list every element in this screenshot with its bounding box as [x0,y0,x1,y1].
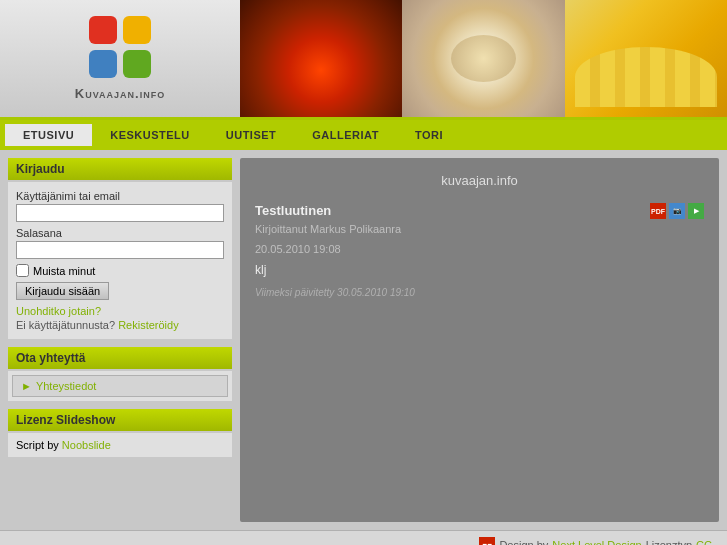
main-content: Kirjaudu Käyttäjänimi tai email Salasana… [0,150,727,530]
login-header: Kirjaudu [8,158,232,180]
contact-header: Ota yhteyttä [8,347,232,369]
image-icon: 📷 [669,203,685,219]
logo-icon-red [89,16,117,44]
nav-item-uutiset[interactable]: Uutiset [208,124,295,146]
article-date: 20.05.2010 19:08 [255,243,704,255]
footer-design-text: Design by [499,539,548,545]
footer-design-link[interactable]: Next Level Design [552,539,641,545]
license-body: Script by Noobslide [8,433,232,457]
pdf-icon: PDF [650,203,666,219]
license-header: Lizenz Slideshow [8,409,232,431]
header-image-flower3 [565,0,727,117]
password-label: Salasana [16,227,224,239]
nav-item-etusivu[interactable]: Etusivu [5,124,92,146]
password-input[interactable] [16,241,224,259]
article-title: Testluutinen [255,203,331,218]
article-body: klj [255,263,704,277]
header: Kuvaajan.info [0,0,727,120]
contact-link[interactable]: ► Yhteystiedot [12,375,228,397]
footer-license-text: Lizenztyp [646,539,692,545]
remember-checkbox[interactable] [16,264,29,277]
login-section: Kirjaudu Käyttäjänimi tai email Salasana… [8,158,232,339]
nav-item-tori[interactable]: Tori [397,124,461,146]
header-image-flower2 [402,0,564,117]
sidebar: Kirjaudu Käyttäjänimi tai email Salasana… [0,150,240,530]
page-wrapper: Kuvaajan.info Etusivu Keskustelu Uutiset… [0,0,727,545]
header-image-flower1 [240,0,402,117]
footer-icon: ■■ [479,537,495,545]
article-icons: PDF 📷 ▶ [650,203,704,219]
username-input[interactable] [16,204,224,222]
article: Testluutinen PDF 📷 ▶ Kirjoittanut Markus… [255,203,704,298]
remember-row: Muista minut [16,264,224,277]
logo-icon-green [123,50,151,78]
nav-item-keskustelu[interactable]: Keskustelu [92,124,208,146]
nav-item-galleriat[interactable]: Galleriat [294,124,397,146]
video-icon: ▶ [688,203,704,219]
forgot-link[interactable]: Unohditko jotain? [16,305,224,317]
remember-label: Muista minut [33,265,95,277]
navigation: Etusivu Keskustelu Uutiset Galleriat Tor… [0,120,727,150]
username-label: Käyttäjänimi tai email [16,190,224,202]
logo-icons [89,16,151,78]
register-text: Ei käyttäjätunnusta? [16,319,115,331]
arrow-icon: ► [21,380,32,392]
script-text: Script by [16,439,59,451]
register-row: Ei käyttäjätunnusta? Rekisteröidy [16,319,224,331]
article-author: Kirjoittanut Markus Polikaanra [255,223,704,235]
noobslide-link[interactable]: Noobslide [62,439,111,451]
logo-icon-blue [89,50,117,78]
content-site-title: kuvaajan.info [255,173,704,188]
contact-section: Ota yhteyttä ► Yhteystiedot [8,347,232,401]
contact-label: Yhteystiedot [36,380,97,392]
content-area: kuvaajan.info Testluutinen PDF 📷 ▶ Kirjo… [240,158,719,522]
footer: ■■ Design by Next Level Design Lizenztyp… [0,530,727,545]
header-images [240,0,727,117]
license-section: Lizenz Slideshow Script by Noobslide [8,409,232,457]
login-button[interactable]: Kirjaudu sisään [16,282,109,300]
logo-icon-yellow [123,16,151,44]
footer-license-link[interactable]: CC [696,539,712,545]
login-body: Käyttäjänimi tai email Salasana Muista m… [8,182,232,339]
contact-body: ► Yhteystiedot [8,371,232,401]
register-link[interactable]: Rekisteröidy [118,319,179,331]
article-footer: Viimeksi päivitetty 30.05.2010 19:10 [255,287,704,298]
logo-area: Kuvaajan.info [0,0,240,117]
logo-text: Kuvaajan.info [75,86,165,101]
